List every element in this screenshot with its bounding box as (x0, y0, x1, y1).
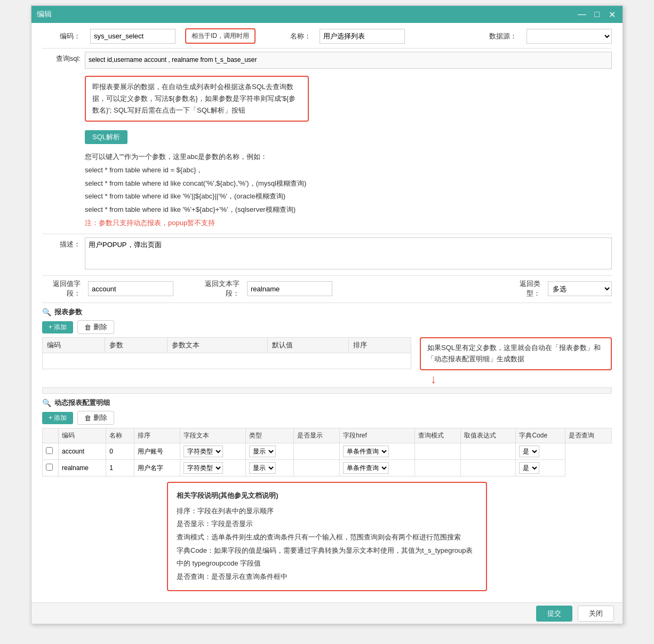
detail-col-querymode: 查询模式 (414, 428, 460, 443)
params-section-title: 报表参数 (54, 307, 82, 317)
detail-search-icon: 🔍 (42, 399, 51, 407)
detail-add-button[interactable]: + 添加 (42, 412, 73, 424)
desc-label: 描述： (42, 237, 85, 271)
window-controls: — □ ✕ (577, 10, 617, 20)
params-callout-text: 如果SQL里有定义参数，这里就会自动在「报表参数」和「动态报表配置明细」生成数据 (427, 344, 601, 363)
name-input[interactable] (320, 29, 405, 44)
detail-col-valueexpr: 取值表达式 (460, 428, 515, 443)
name-label: 名称： (288, 31, 314, 41)
detail-del-icon: 🗑 (84, 414, 91, 422)
row2-querymode-select[interactable]: 单条件查询 (343, 462, 389, 474)
horizontal-scrollbar-1[interactable] (42, 387, 612, 394)
detail-col-dictcode: 字典Code (516, 428, 565, 443)
params-search-icon: 🔍 (42, 308, 51, 316)
footer: 提交 关闭 (31, 602, 623, 624)
sql-hint-intro: 您可以键入""作为一个参数，这里abc是参数的名称，例如： (85, 150, 612, 164)
sql-tooltip-box: 即报表要展示的数据，在自动生成列表时会根据这条SQL去查询数据，可以定义参数，写… (85, 76, 309, 122)
return-type-label: 返回类型： (507, 279, 545, 298)
params-toolbar: + 添加 🗑 删除 (42, 320, 612, 334)
info-box: 相关字段说明(其他参见文档说明) 排序：字段在列表中的显示顺序 是否显示：字段是… (167, 482, 487, 591)
close-button[interactable]: ✕ (607, 10, 617, 20)
detail-col-isquery: 是否查询 (565, 428, 612, 443)
return-text-label: 返回文本字段： (196, 279, 244, 298)
info-line-4: 字典Code：如果字段的值是编码，需要通过字典转换为显示文本时使用，其值为t_s… (177, 544, 477, 570)
detail-col-checkbox (43, 428, 59, 443)
desc-textarea[interactable]: 用户POPUP，弹出页面 (85, 237, 612, 269)
row2-sort: 用户名字 (134, 460, 180, 476)
datasource-select[interactable] (527, 29, 612, 44)
params-col-code: 编码 (43, 338, 105, 353)
return-type-select[interactable]: 多选 单选 (548, 281, 612, 296)
desc-row: 描述： 用户POPUP，弹出页面 (42, 237, 612, 271)
sql-hint-note: 注：参数只支持动态报表，popup暂不支持 (85, 217, 612, 230)
params-col-sort: 排序 (348, 338, 411, 353)
row2-show-select[interactable]: 显示 (249, 462, 276, 474)
detail-section-title: 动态报表配置明细 (54, 398, 110, 408)
params-section-header: 🔍 报表参数 (42, 307, 612, 317)
detail-col-type: 类型 (246, 428, 293, 443)
row1-querymode-select[interactable]: 单条件查询 (343, 446, 389, 457)
content-area: 编码： 相当于ID，调用时用 名称： 数据源： 查询sql: select id… (31, 23, 623, 602)
detail-col-show: 是否显示 (293, 428, 339, 443)
sql-hint-1: select * from table where id = ${abc}， (85, 164, 612, 177)
detail-col-code: 编码 (59, 428, 106, 443)
sql-textarea[interactable]: select id,username account , realname fr… (85, 52, 612, 69)
sql-hint-block: 您可以键入""作为一个参数，这里abc是参数的名称，例如： select * f… (85, 150, 612, 229)
info-line-2: 是否显示：字段是否显示 (177, 518, 477, 531)
code-label: 编码： (42, 31, 85, 41)
params-col-param: 参数 (105, 338, 167, 353)
title-bar: 编辑 — □ ✕ (31, 6, 623, 23)
sql-row: 查询sql: select id,username account , real… (42, 52, 612, 229)
minimize-button[interactable]: — (577, 10, 587, 20)
row1-type-select[interactable]: 字符类型 (184, 446, 223, 457)
params-del-icon: 🗑 (84, 323, 91, 331)
close-window-button[interactable]: 关闭 (578, 606, 614, 622)
row2-name: 1 (106, 460, 134, 476)
params-callout-box: 如果SQL里有定义参数，这里就会自动在「报表参数」和「动态报表配置明细」生成数据 (420, 337, 612, 370)
row1-href (293, 443, 339, 460)
code-input[interactable] (90, 29, 176, 44)
detail-col-fieldtext: 字段文本 (180, 428, 246, 443)
row2-code: realname (59, 460, 106, 476)
info-box-title: 相关字段说明(其他参见文档说明) (177, 489, 477, 503)
params-arrow-down: ↓ (420, 372, 612, 386)
submit-button[interactable]: 提交 (536, 606, 572, 622)
return-text-input[interactable] (247, 281, 332, 296)
row2-dictcode (460, 460, 515, 476)
sql-hint-2: select * from table where id like concat… (85, 177, 612, 190)
row1-valueexpr (414, 443, 460, 460)
return-field-input[interactable] (88, 281, 173, 296)
sql-parse-button[interactable]: SQL解析 (85, 130, 127, 144)
row1-isquery-select[interactable]: 是 否 (519, 446, 539, 457)
table-row: realname 1 用户名字 字符类型 显示 (43, 460, 612, 476)
row1-name: 0 (106, 443, 134, 460)
sql-tooltip-text: 即报表要展示的数据，在自动生成列表时会根据这条SQL去查询数据，可以定义参数，写… (92, 83, 296, 114)
row1-sort: 用户账号 (134, 443, 180, 460)
params-col-text: 参数文本 (167, 338, 267, 353)
maximize-button[interactable]: □ (592, 10, 602, 20)
params-empty-row (43, 353, 411, 369)
row2-checkbox[interactable] (46, 464, 53, 471)
code-tooltip: 相当于ID，调用时用 (185, 28, 256, 44)
table-row: account 0 用户账号 字符类型 显示 (43, 443, 612, 460)
row1-checkbox[interactable] (46, 447, 53, 454)
params-table: 编码 参数 参数文本 默认值 排序 (42, 337, 411, 369)
row2-isquery-select[interactable]: 是 否 (519, 462, 539, 474)
params-del-label: 删除 (93, 322, 107, 332)
params-del-button[interactable]: 🗑 删除 (77, 320, 114, 334)
row1-dictcode (460, 443, 515, 460)
params-add-button[interactable]: + 添加 (42, 321, 73, 333)
row2-valueexpr (414, 460, 460, 476)
info-line-1: 排序：字段在列表中的显示顺序 (177, 505, 477, 518)
row1-code: account (59, 443, 106, 460)
detail-del-button[interactable]: 🗑 删除 (77, 411, 114, 425)
row2-href (293, 460, 339, 476)
row2-type-select[interactable]: 字符类型 (184, 462, 223, 474)
detail-col-name: 名称 (106, 428, 134, 443)
sql-hint-4: select * from table where id like '%'+${… (85, 203, 612, 217)
row1-show-select[interactable]: 显示 (249, 446, 276, 457)
detail-col-href: 字段href (340, 428, 414, 443)
datasource-label: 数据源： (484, 31, 521, 41)
detail-toolbar: + 添加 🗑 删除 (42, 411, 612, 425)
sql-hint-3: select * from table where id like '%'||$… (85, 190, 612, 203)
